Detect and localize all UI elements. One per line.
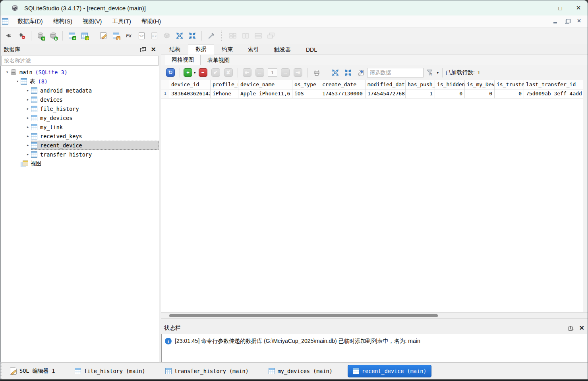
taskbar-tab-file_history[interactable]: file_history (main)	[70, 365, 150, 377]
chevron-right-icon[interactable]: ▸	[25, 133, 31, 139]
tree-item-views-group[interactable]: 视图	[1, 159, 159, 168]
plugin-button[interactable]	[161, 30, 173, 42]
tree-item-table-file_history[interactable]: ▸ file_history	[1, 104, 159, 113]
chevron-right-icon[interactable]: ▸	[25, 152, 31, 157]
insert-row-dropdown[interactable]: ▾	[194, 71, 196, 75]
chevron-down-icon[interactable]: ▾	[14, 79, 21, 84]
page-number-box[interactable]: 1	[266, 67, 279, 79]
column-header[interactable]: has_push_	[406, 80, 435, 89]
taskbar-tab-my_devices[interactable]: my_devices (main)	[264, 365, 337, 377]
chevron-right-icon[interactable]: ▸	[25, 143, 31, 148]
connect-button[interactable]	[3, 30, 15, 42]
first-page-button[interactable]: ⇤	[241, 67, 253, 79]
disconnect-button[interactable]	[15, 30, 28, 42]
rollback-button[interactable]: ✘	[222, 67, 235, 79]
mdi-restore-icon[interactable]	[565, 19, 570, 24]
panel-float-icon[interactable]	[140, 47, 145, 52]
ddl-history-button[interactable]: <>	[135, 30, 148, 42]
tab-ddl[interactable]: DDL	[298, 44, 325, 54]
column-header[interactable]: is_truste	[495, 80, 524, 89]
tile-vertical-button[interactable]	[239, 30, 252, 42]
column-header[interactable]: is_my_Dev	[465, 80, 495, 89]
menu-view[interactable]: 视图(V)	[77, 15, 107, 27]
collation-editor-button[interactable]: a·z	[148, 30, 161, 42]
tree-item-table-android_metadata[interactable]: ▸ android_metadata	[1, 86, 159, 95]
cell-modified_date[interactable]: 1745454727689	[366, 89, 406, 99]
chevron-right-icon[interactable]: ▸	[25, 88, 31, 93]
cascade-windows-button[interactable]	[265, 30, 277, 42]
tab-constraints[interactable]: 约束	[214, 44, 240, 54]
cell-device_name[interactable]: Apple iPhone11,6	[238, 89, 292, 99]
minimize-button[interactable]: —	[533, 0, 551, 15]
commit-button[interactable]: ✔	[209, 67, 222, 79]
menu-help[interactable]: 帮助(H)	[136, 15, 166, 27]
tree-filter-input[interactable]	[1, 56, 159, 66]
column-header[interactable]: profile_n	[211, 80, 238, 89]
import-button[interactable]: ↘	[110, 30, 122, 42]
tab-triggers[interactable]: 触发器	[267, 44, 298, 54]
new-table-button[interactable]: +	[66, 30, 78, 42]
chevron-right-icon[interactable]: ▸	[25, 115, 31, 120]
tree-item-table-recent_device[interactable]: ▸ recent_device	[1, 141, 159, 150]
menu-tools[interactable]: 工具(T)	[107, 15, 136, 27]
mdi-minimize-icon[interactable]	[553, 19, 558, 24]
settings-button[interactable]	[205, 30, 217, 42]
cell-is_hidden[interactable]: 0	[435, 89, 465, 99]
tree-item-table-my_devices[interactable]: ▸ my_devices	[1, 113, 159, 122]
cell-create_date[interactable]: 1745377130000	[320, 89, 366, 99]
print-button[interactable]	[310, 67, 323, 79]
clear-filter-button[interactable]	[354, 67, 367, 79]
scrollbar-thumb[interactable]	[169, 314, 438, 317]
prev-page-button[interactable]: ←	[253, 67, 266, 79]
panel-close-icon[interactable]: ✕	[579, 326, 584, 331]
taskbar-tab-transfer_history[interactable]: transfer_history (main)	[161, 365, 253, 377]
collapse-windows-button[interactable]	[173, 30, 186, 42]
selected-tree-row[interactable]: recent_device	[31, 141, 159, 150]
open-sql-editor-button[interactable]	[97, 30, 110, 42]
tab-data[interactable]: 数据	[188, 44, 214, 54]
taskbar-tab-recent_device[interactable]: recent_device (main)	[348, 365, 432, 377]
close-button[interactable]: ✕	[569, 0, 588, 15]
insert-row-button[interactable]: +	[183, 67, 193, 79]
menu-database[interactable]: 数据库(D)	[12, 15, 48, 27]
column-header[interactable]: create_date	[320, 80, 366, 89]
horizontal-scrollbar[interactable]	[161, 312, 588, 319]
expand-windows-button[interactable]	[186, 30, 199, 42]
cell-device_id[interactable]: 3836403626142	[169, 89, 211, 99]
tree-item-table-received_keys[interactable]: ▸ received_keys	[1, 132, 159, 141]
column-header[interactable]: device_name	[238, 80, 292, 89]
refresh-data-button[interactable]: ↻	[164, 67, 177, 79]
maximize-button[interactable]: □	[551, 0, 569, 15]
menu-structure[interactable]: 结构(S)	[48, 15, 77, 27]
chevron-right-icon[interactable]: ▸	[25, 106, 31, 111]
tree-item-table-my_link[interactable]: ▸ my_link	[1, 122, 159, 132]
filter-dropdown[interactable]: ▾	[437, 71, 439, 75]
cell-os_type[interactable]: iOS	[292, 89, 320, 99]
cell-is_trusted[interactable]: 0	[495, 89, 524, 99]
tile-windows-button[interactable]	[226, 30, 239, 42]
vertical-scrollbar[interactable]	[583, 80, 588, 312]
mdi-close-icon[interactable]	[576, 19, 582, 24]
shrink-columns-button[interactable]	[329, 67, 342, 79]
subtab-grid-view[interactable]: 网格视图	[165, 55, 201, 65]
last-page-button[interactable]: ⇥	[292, 67, 304, 79]
tree-item-tables-group[interactable]: ▾ 表 (8)	[1, 77, 159, 86]
data-filter-input[interactable]	[367, 68, 424, 77]
column-header[interactable]: modified_date	[366, 80, 406, 89]
panel-close-icon[interactable]: ✕	[151, 47, 156, 52]
grow-columns-button[interactable]	[342, 67, 354, 79]
delete-row-button[interactable]: −	[197, 67, 209, 79]
cell-is_my_device[interactable]: 0	[465, 89, 495, 99]
column-header[interactable]: last_transfer_id	[524, 80, 584, 89]
column-header[interactable]: is_hidden	[435, 80, 465, 89]
cell-has_push[interactable]: 1	[406, 89, 435, 99]
tree-item-database-main[interactable]: ▾ main (SQLite 3)	[1, 68, 159, 77]
chevron-down-icon[interactable]: ▾	[4, 70, 10, 75]
filter-type-button[interactable]: T	[424, 67, 436, 79]
cell-profile_name[interactable]: iPhone	[211, 89, 238, 99]
subtab-form-view[interactable]: 表单视图	[201, 55, 236, 65]
tab-indexes[interactable]: 索引	[240, 44, 267, 54]
edit-database-button[interactable]: ↻	[47, 30, 60, 42]
tile-horizontal-button[interactable]	[252, 30, 265, 42]
quick-table-button[interactable]: ⚡	[78, 30, 91, 42]
